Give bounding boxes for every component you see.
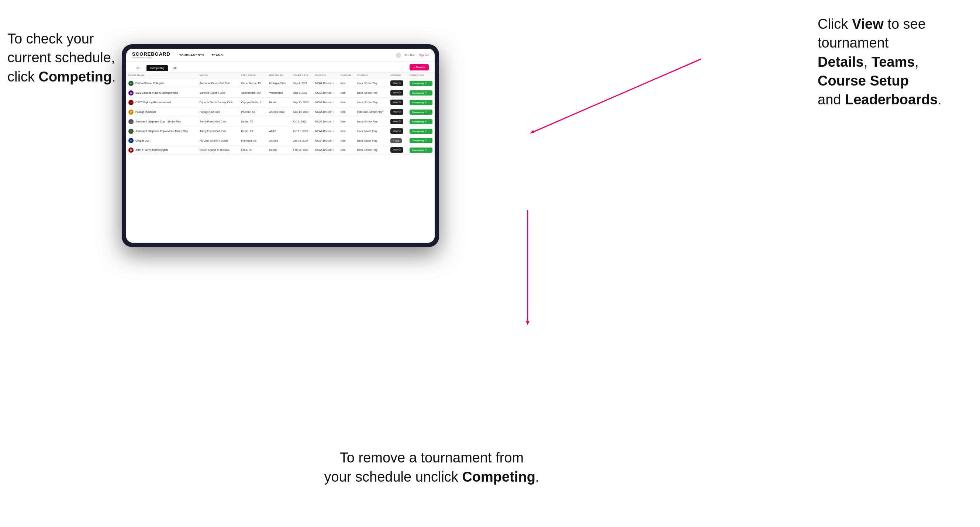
scoring: team, Stroke Play <box>355 117 388 127</box>
team-logo: H <box>129 148 134 153</box>
venue: Trinity Forest Golf Club <box>197 117 239 127</box>
team-logo: F <box>129 81 134 86</box>
competing-badge[interactable]: Competing <box>410 129 433 134</box>
nav-teams[interactable]: TEAMS <box>212 54 223 57</box>
venue: Trinity Forest Golf Club <box>197 127 239 136</box>
start-date: Feb 15, 2024 <box>291 145 313 155</box>
gender: Men <box>338 117 355 127</box>
scoring: individual, Stroke Play <box>355 107 388 117</box>
table-row: JJackson T. Stephens Cup – Stroke PlayTr… <box>126 117 435 127</box>
event-name-cell: FFolds of Honor Collegiate <box>126 79 197 88</box>
competing-cell: Competing <box>407 145 435 155</box>
city-state: Dallas, TX <box>239 127 267 136</box>
tab-home[interactable]: Ho... <box>132 65 145 71</box>
tablet-screen: SCOREBOARD Powered by clippi TOURNAMENTS… <box>126 49 435 243</box>
actions-cell: View ⓘ <box>388 79 407 88</box>
city-state: Phoenix, AZ <box>239 107 267 117</box>
nav-links: TOURNAMENTS TEAMS <box>179 54 223 57</box>
competing-badge[interactable]: Competing <box>410 81 433 86</box>
division: NCAA Division I <box>313 79 338 88</box>
actions-cell: View ⓘ <box>388 145 407 155</box>
view-button[interactable]: View ⓘ <box>390 90 403 95</box>
division: NCAA Division I <box>313 98 338 107</box>
table-row: FFolds of Honor CollegiateAmerican Dunes… <box>126 79 435 88</box>
view-button[interactable]: View ⓘ <box>390 119 403 124</box>
venue: Papago Golf Club <box>197 107 239 117</box>
view-button[interactable]: View ⓘ <box>390 80 403 86</box>
event-name-cell: ACopper Cup <box>126 136 197 145</box>
division: NCAA Division I <box>313 107 338 117</box>
team-logo: A <box>129 138 134 143</box>
venue: Sahalee Country Club <box>197 88 239 98</box>
division: NCAA Division I <box>313 136 338 145</box>
actions-cell: View ⓘ <box>388 98 407 107</box>
col-actions: ACTIONS <box>388 72 407 79</box>
city-state: Lihue, HI <box>239 145 267 155</box>
team-logo: W <box>129 90 134 95</box>
col-venue: VENUE <box>197 72 239 79</box>
division: NCAA Division I <box>313 117 338 127</box>
event-name-cell: JJackson T. Stephens Cup – Men's Match P… <box>126 127 197 136</box>
nav-tournaments[interactable]: TOURNAMENTS <box>179 54 204 57</box>
hosted-by: Michigan State <box>267 79 291 88</box>
sign-out-link[interactable]: Sign out <box>419 54 429 56</box>
annotation-top-right: Click View to see tournament Details, Te… <box>818 15 973 109</box>
event-name: 2023 Sahalee Players Championship <box>135 92 178 94</box>
view-button[interactable]: View ⓘ <box>390 129 403 134</box>
actions-cell: View ⓘ <box>388 127 407 136</box>
hosted-by: Arizona State <box>267 107 291 117</box>
scoring: team, Stroke Play <box>355 145 388 155</box>
tournaments-table-container: EVENT NAME VENUE CITY, STATE HOSTED BY S… <box>126 72 435 243</box>
scoring: team, Stroke Play <box>355 88 388 98</box>
table-row: PPapago IndividualPapago Golf ClubPhoeni… <box>126 107 435 117</box>
competing-cell: Competing <box>407 117 435 127</box>
col-event-name: EVENT NAME <box>126 72 197 79</box>
gender: Men <box>338 107 355 117</box>
competing-cell: Competing <box>407 136 435 145</box>
tabs-bar: Ho... Competing All + Create <box>126 62 435 72</box>
event-name: Papago Individual <box>135 111 156 113</box>
user-icon <box>396 53 401 58</box>
competing-cell: Competing <box>407 127 435 136</box>
competing-badge[interactable]: Competing <box>410 110 433 115</box>
event-name-cell: HJohn A. Burns Intercollegiate <box>126 145 197 155</box>
edit-button[interactable]: ✏ Edit <box>390 138 402 143</box>
team-logo: P <box>129 110 134 115</box>
hosted-by: ABAC <box>267 127 291 136</box>
competing-cell: Competing <box>407 88 435 98</box>
create-button[interactable]: + Create <box>410 64 429 70</box>
tab-competing[interactable]: Competing <box>146 65 168 71</box>
start-date: Oct 11, 2023 <box>291 127 313 136</box>
hosted-by: Washington <box>267 88 291 98</box>
competing-badge[interactable]: Competing <box>410 148 433 153</box>
city-state: Grand Haven, MI <box>239 79 267 88</box>
view-button[interactable]: View ⓘ <box>390 147 403 153</box>
competing-badge[interactable]: Competing <box>410 90 433 95</box>
event-name-cell: IOFCC Fighting Illini Invitational <box>126 98 197 107</box>
event-name: Folds of Honor Collegiate <box>135 82 165 84</box>
hosted-by: Illinois <box>267 98 291 107</box>
event-name-cell: JJackson T. Stephens Cup – Stroke Play <box>126 117 197 127</box>
competing-badge[interactable]: Competing <box>410 119 433 124</box>
event-name: Jackson T. Stephens Cup – Men's Match Pl… <box>135 130 188 132</box>
nav-right: Test User Sign out <box>396 53 429 58</box>
svg-marker-5 <box>526 321 530 325</box>
competing-badge[interactable]: Competing <box>410 138 433 143</box>
gender: Men <box>338 136 355 145</box>
division: NCAA Division I <box>313 88 338 98</box>
brand-title: SCOREBOARD <box>132 52 170 56</box>
competing-badge[interactable]: Competing <box>410 100 433 105</box>
tablet-device: SCOREBOARD Powered by clippi TOURNAMENTS… <box>122 44 439 247</box>
city-state: Olympia Fields, IL <box>239 98 267 107</box>
tab-all[interactable]: All <box>169 65 180 71</box>
team-logo: J <box>129 129 134 134</box>
start-date: Sep 18, 2023 <box>291 107 313 117</box>
table-row: W2023 Sahalee Players ChampionshipSahale… <box>126 88 435 98</box>
scoring: team, Match Play <box>355 136 388 145</box>
hosted-by <box>267 117 291 127</box>
competing-cell: Competing <box>407 107 435 117</box>
view-button[interactable]: View ⓘ <box>390 100 403 105</box>
col-scoring: SCORING <box>355 72 388 79</box>
gender: Men <box>338 88 355 98</box>
view-button[interactable]: View ⓘ <box>390 109 403 115</box>
